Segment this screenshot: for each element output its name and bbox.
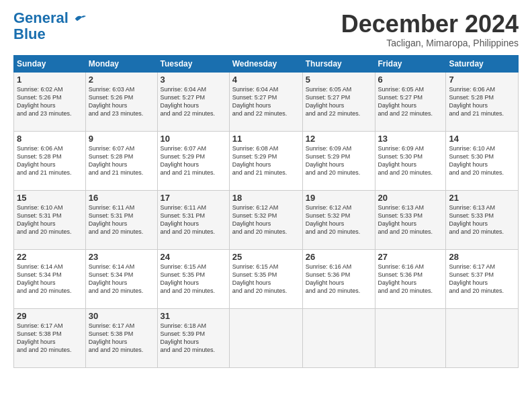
day-info: Sunrise: 6:02 AMSunset: 5:26 PMDaylight … [17, 86, 72, 117]
day-number: 15 [17, 193, 83, 203]
day-number: 8 [17, 134, 83, 144]
day-info: Sunrise: 6:16 AMSunset: 5:36 PMDaylight … [378, 263, 433, 294]
day-info: Sunrise: 6:08 AMSunset: 5:29 PMDaylight … [232, 145, 287, 176]
calendar-row-4: 22 Sunrise: 6:14 AMSunset: 5:34 PMDaylig… [14, 249, 519, 308]
day-info: Sunrise: 6:04 AMSunset: 5:27 PMDaylight … [232, 86, 287, 117]
calendar-cell: 22 Sunrise: 6:14 AMSunset: 5:34 PMDaylig… [14, 249, 86, 308]
day-number: 29 [17, 311, 83, 321]
day-number: 7 [449, 75, 515, 85]
day-number: 12 [306, 134, 372, 144]
col-header-thursday: Thursday [302, 55, 375, 72]
day-number: 18 [232, 193, 300, 203]
calendar-cell: 14 Sunrise: 6:10 AMSunset: 5:30 PMDaylig… [446, 131, 519, 190]
calendar-cell: 9 Sunrise: 6:07 AMSunset: 5:28 PMDayligh… [85, 131, 157, 190]
day-number: 11 [232, 134, 300, 144]
day-info: Sunrise: 6:17 AMSunset: 5:38 PMDaylight … [89, 322, 144, 353]
day-number: 20 [378, 193, 443, 203]
day-number: 17 [161, 193, 226, 203]
calendar-cell: 12 Sunrise: 6:09 AMSunset: 5:29 PMDaylig… [302, 131, 375, 190]
calendar-cell: 25 Sunrise: 6:15 AMSunset: 5:35 PMDaylig… [229, 249, 302, 308]
calendar-cell: 2 Sunrise: 6:03 AMSunset: 5:26 PMDayligh… [85, 72, 157, 131]
calendar-cell: 29 Sunrise: 6:17 AMSunset: 5:38 PMDaylig… [14, 308, 86, 367]
calendar-cell: 7 Sunrise: 6:06 AMSunset: 5:28 PMDayligh… [446, 72, 519, 131]
day-info: Sunrise: 6:09 AMSunset: 5:30 PMDaylight … [378, 145, 433, 176]
day-number: 3 [161, 75, 226, 85]
col-header-sunday: Sunday [14, 55, 86, 72]
calendar-cell: 30 Sunrise: 6:17 AMSunset: 5:38 PMDaylig… [85, 308, 157, 367]
day-info: Sunrise: 6:14 AMSunset: 5:34 PMDaylight … [17, 263, 72, 294]
calendar-cell: 15 Sunrise: 6:10 AMSunset: 5:31 PMDaylig… [14, 190, 86, 249]
day-info: Sunrise: 6:12 AMSunset: 5:32 PMDaylight … [306, 204, 361, 235]
day-info: Sunrise: 6:07 AMSunset: 5:28 PMDaylight … [89, 145, 144, 176]
day-number: 23 [89, 252, 154, 262]
day-info: Sunrise: 6:17 AMSunset: 5:37 PMDaylight … [449, 263, 504, 294]
day-info: Sunrise: 6:13 AMSunset: 5:33 PMDaylight … [449, 204, 504, 235]
day-number: 24 [161, 252, 226, 262]
calendar-cell: 18 Sunrise: 6:12 AMSunset: 5:32 PMDaylig… [229, 190, 302, 249]
day-info: Sunrise: 6:13 AMSunset: 5:33 PMDaylight … [378, 204, 433, 235]
day-info: Sunrise: 6:11 AMSunset: 5:31 PMDaylight … [161, 204, 216, 235]
calendar-cell [229, 308, 302, 367]
day-info: Sunrise: 6:05 AMSunset: 5:27 PMDaylight … [378, 86, 433, 117]
day-info: Sunrise: 6:15 AMSunset: 5:35 PMDaylight … [161, 263, 216, 294]
day-number: 2 [89, 75, 154, 85]
calendar-cell: 16 Sunrise: 6:11 AMSunset: 5:31 PMDaylig… [85, 190, 157, 249]
day-info: Sunrise: 6:10 AMSunset: 5:31 PMDaylight … [17, 204, 72, 235]
month-title: December 2024 [341, 11, 519, 38]
calendar-cell: 3 Sunrise: 6:04 AMSunset: 5:27 PMDayligh… [157, 72, 229, 131]
day-info: Sunrise: 6:04 AMSunset: 5:27 PMDaylight … [161, 86, 216, 117]
col-header-monday: Monday [85, 55, 157, 72]
col-header-saturday: Saturday [446, 55, 519, 72]
day-number: 6 [378, 75, 443, 85]
calendar-cell: 20 Sunrise: 6:13 AMSunset: 5:33 PMDaylig… [375, 190, 446, 249]
calendar-cell: 5 Sunrise: 6:05 AMSunset: 5:27 PMDayligh… [302, 72, 375, 131]
calendar-cell: 8 Sunrise: 6:06 AMSunset: 5:28 PMDayligh… [14, 131, 86, 190]
day-number: 22 [17, 252, 83, 262]
day-number: 14 [449, 134, 515, 144]
col-header-friday: Friday [375, 55, 446, 72]
calendar-cell [302, 308, 375, 367]
page-header: General Blue December 2024 Tacligan, Mim… [13, 11, 519, 48]
calendar-cell: 4 Sunrise: 6:04 AMSunset: 5:27 PMDayligh… [229, 72, 302, 131]
calendar-cell: 6 Sunrise: 6:05 AMSunset: 5:27 PMDayligh… [375, 72, 446, 131]
day-info: Sunrise: 6:14 AMSunset: 5:34 PMDaylight … [89, 263, 144, 294]
day-number: 10 [161, 134, 226, 144]
day-info: Sunrise: 6:17 AMSunset: 5:38 PMDaylight … [17, 322, 72, 353]
calendar-cell: 11 Sunrise: 6:08 AMSunset: 5:29 PMDaylig… [229, 131, 302, 190]
day-number: 9 [89, 134, 154, 144]
day-number: 21 [449, 193, 515, 203]
day-number: 5 [306, 75, 372, 85]
calendar-row-3: 15 Sunrise: 6:10 AMSunset: 5:31 PMDaylig… [14, 190, 519, 249]
calendar-cell [375, 308, 446, 367]
calendar-cell: 21 Sunrise: 6:13 AMSunset: 5:33 PMDaylig… [446, 190, 519, 249]
calendar-cell: 24 Sunrise: 6:15 AMSunset: 5:35 PMDaylig… [157, 249, 229, 308]
calendar-row-1: 1 Sunrise: 6:02 AMSunset: 5:26 PMDayligh… [14, 72, 519, 131]
title-block: December 2024 Tacligan, Mimaropa, Philip… [341, 11, 519, 48]
logo-blue: Blue [13, 26, 46, 43]
location: Tacligan, Mimaropa, Philippines [341, 38, 519, 48]
day-number: 16 [89, 193, 154, 203]
calendar-cell: 31 Sunrise: 6:18 AMSunset: 5:39 PMDaylig… [157, 308, 229, 367]
day-number: 13 [378, 134, 443, 144]
day-number: 27 [378, 252, 443, 262]
day-info: Sunrise: 6:16 AMSunset: 5:36 PMDaylight … [306, 263, 361, 294]
day-number: 28 [449, 252, 515, 262]
day-number: 30 [89, 311, 154, 321]
day-info: Sunrise: 6:03 AMSunset: 5:26 PMDaylight … [89, 86, 144, 117]
day-number: 31 [161, 311, 226, 321]
day-info: Sunrise: 6:07 AMSunset: 5:29 PMDaylight … [161, 145, 216, 176]
calendar-row-2: 8 Sunrise: 6:06 AMSunset: 5:28 PMDayligh… [14, 131, 519, 190]
day-info: Sunrise: 6:05 AMSunset: 5:27 PMDaylight … [306, 86, 361, 117]
day-info: Sunrise: 6:09 AMSunset: 5:29 PMDaylight … [306, 145, 361, 176]
day-info: Sunrise: 6:12 AMSunset: 5:32 PMDaylight … [232, 204, 287, 235]
day-number: 19 [306, 193, 372, 203]
day-info: Sunrise: 6:18 AMSunset: 5:39 PMDaylight … [161, 322, 216, 353]
calendar-cell: 27 Sunrise: 6:16 AMSunset: 5:36 PMDaylig… [375, 249, 446, 308]
day-info: Sunrise: 6:10 AMSunset: 5:30 PMDaylight … [449, 145, 504, 176]
day-info: Sunrise: 6:15 AMSunset: 5:35 PMDaylight … [232, 263, 287, 294]
col-header-wednesday: Wednesday [229, 55, 302, 72]
logo: General Blue [13, 11, 86, 43]
calendar-cell: 19 Sunrise: 6:12 AMSunset: 5:32 PMDaylig… [302, 190, 375, 249]
calendar-cell: 23 Sunrise: 6:14 AMSunset: 5:34 PMDaylig… [85, 249, 157, 308]
calendar-cell: 26 Sunrise: 6:16 AMSunset: 5:36 PMDaylig… [302, 249, 375, 308]
